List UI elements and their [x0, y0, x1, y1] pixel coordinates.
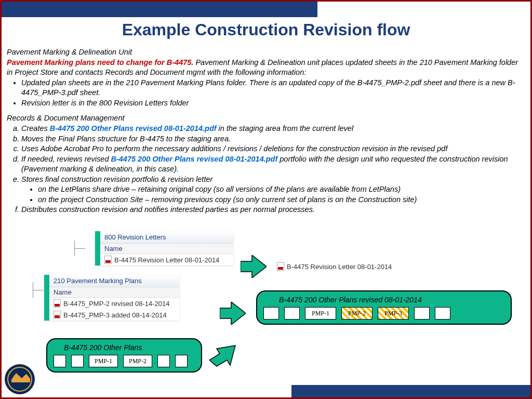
arrow-1	[241, 255, 267, 278]
tab-blank	[54, 355, 66, 367]
section-1-heading: Pavement Marking & Delineation Unit	[7, 47, 525, 58]
lettered-steps: Creates B-4475 200 Other Plans revised 0…	[21, 124, 525, 184]
folder-2-file-2: B-4475_PMP-3 added 08-14-2014	[63, 311, 167, 319]
bullet-list-1: Updated plan sheets are in the 210 Pavem…	[21, 78, 525, 109]
folder-1-title: 800 Revision Letters	[100, 231, 233, 243]
folder-1-name-col: Name	[100, 243, 233, 254]
folder-2-file-1: B-4475_PMP-2 revised 08-14-2014	[63, 300, 170, 308]
tab-blank	[71, 355, 84, 367]
step-d: If needed, reviews revised B-4475 200 Ot…	[21, 154, 525, 175]
bullet-2: Revision letter is in the 800 Revision L…	[21, 98, 525, 109]
floating-file-name: B-4475 Revision Letter 08-01-2014	[287, 263, 392, 271]
sub-bullets-e: on the LetPlans share drive – retaining …	[38, 184, 525, 205]
tab-blank	[284, 307, 300, 320]
pdf-link-2: B-4475 200 Other Plans revised 08-01-201…	[111, 155, 277, 163]
tree-connector-1	[74, 241, 75, 256]
step-c: Uses Adobe Acrobat Pro to perform the ne…	[21, 144, 525, 154]
floating-revision-letter: B-4475 Revision Letter 08-01-2014	[277, 262, 392, 271]
step-a-pre: Creates	[21, 124, 50, 132]
step-f: Distributes construction revision and no…	[21, 205, 525, 215]
revised-plans-portfolio: B-4475 200 Other Plans revised 08-01-201…	[256, 290, 512, 325]
footer-bar	[291, 385, 530, 397]
step-a: Creates B-4475 200 Other Plans revised 0…	[21, 124, 525, 134]
sub-e2: on the project Construction Site – remov…	[38, 195, 525, 205]
pdf-icon	[104, 256, 112, 264]
folder-1-file-row: B-4475 Revision Letter 08-01-2014	[100, 254, 233, 265]
header-bar	[2, 2, 317, 17]
revised-plans-label: B-4475 200 Other Plans revised 08-01-201…	[279, 296, 504, 304]
pdf-icon	[54, 311, 61, 319]
emphasis-change: Pavement Marking plans need to change fo…	[7, 58, 193, 66]
agency-logo	[5, 364, 35, 394]
folder-210-pavement-marking: 210 Pavement Marking Plans Name B-4475_P…	[44, 275, 179, 321]
lettered-steps-cont: Distributes construction revision and no…	[21, 205, 525, 215]
folder-1-file-name: B-4475 Revision Letter 08-01-2014	[114, 256, 219, 264]
step-a-post: in the staging area from the current lev…	[217, 124, 354, 132]
tree-connector-2	[33, 282, 33, 298]
folder-2-file-row-2: B-4475_PMP-3 added 08-14-2014	[49, 309, 179, 321]
tab-blank	[175, 355, 188, 367]
revised-plans-tabs: PMP-1 PMP-2 PMP-3	[263, 307, 504, 320]
tab-pmp-2-revised: PMP-2	[341, 307, 373, 320]
original-plans-label: B-4475 200 Other Plans	[64, 343, 195, 352]
step-b: Moves the Final Plans structure for B-44…	[21, 134, 525, 144]
section-2-heading: Records & Document Management	[7, 113, 525, 124]
svg-marker-2	[209, 345, 235, 366]
svg-marker-1	[220, 302, 246, 325]
folder-2-file-row-1: B-4475_PMP-2 revised 08-14-2014	[49, 298, 179, 309]
tab-pmp-2: PMP-2	[123, 355, 152, 367]
pdf-link-1: B-4475 200 Other Plans revised 08-01-201…	[50, 124, 217, 132]
slide: Example Construction Revision flow Pavem…	[0, 0, 532, 399]
tab-pmp-1: PMP-1	[89, 355, 118, 367]
arrow-2	[220, 302, 246, 325]
tab-pmp-1: PMP-1	[305, 307, 336, 320]
slide-title: Example Construction Revision flow	[2, 20, 530, 39]
pdf-icon	[54, 299, 61, 308]
arrow-3	[209, 344, 237, 370]
section-1-intro: Pavement Marking plans need to change fo…	[7, 58, 525, 78]
folder-2-name-col: Name	[49, 287, 179, 298]
bullet-1: Updated plan sheets are in the 210 Pavem…	[21, 78, 525, 98]
tab-blank	[157, 355, 170, 367]
tab-pmp-3-added: PMP-3	[378, 307, 409, 320]
pdf-icon	[277, 262, 284, 271]
original-plans-portfolio: B-4475 200 Other Plans PMP-1 PMP-2	[46, 338, 202, 373]
tab-blank	[263, 307, 279, 320]
step-d-pre: If needed, reviews revised	[21, 155, 111, 163]
body-content: Pavement Marking & Delineation Unit Pave…	[7, 44, 525, 215]
tab-blank	[435, 307, 450, 320]
folder-800-revision-letters: 800 Revision Letters Name B-4475 Revisio…	[95, 231, 233, 265]
svg-marker-0	[241, 255, 267, 278]
original-plans-tabs: PMP-1 PMP-2	[54, 355, 195, 367]
sub-e1: on the LetPlans share drive – retaining …	[38, 184, 525, 195]
folder-2-title: 210 Pavement Marking Plans	[49, 275, 179, 287]
tab-blank	[414, 307, 430, 320]
step-e: Stores final construction revision portf…	[21, 175, 525, 185]
